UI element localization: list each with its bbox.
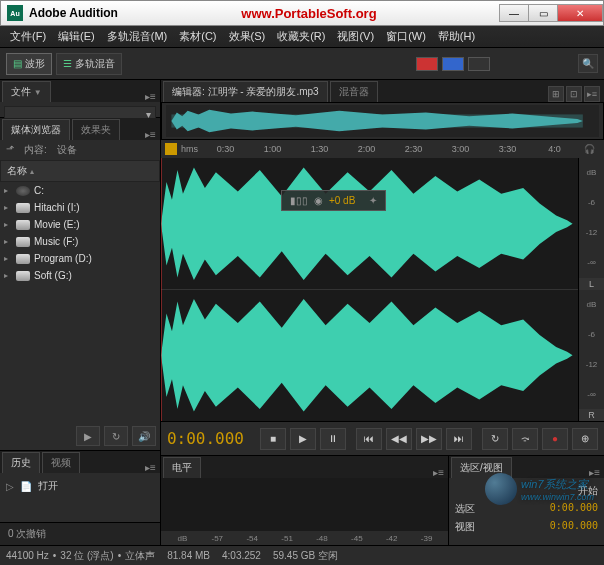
expand-arrow-icon[interactable]: ▸ bbox=[4, 220, 12, 229]
drive-item[interactable]: ▸Program (D:) bbox=[0, 250, 160, 267]
timeline-ruler[interactable]: hms 0:301:001:302:002:303:003:304:0 🎧 bbox=[161, 140, 604, 158]
waveform-mode-button[interactable]: ▤ 波形 bbox=[6, 53, 52, 75]
time-mark: 0:30 bbox=[202, 144, 249, 154]
levels-panel-menu-icon[interactable]: ▸≡ bbox=[429, 467, 448, 478]
selection-start-value[interactable]: 0:00.000 bbox=[550, 502, 598, 516]
minimize-button[interactable]: — bbox=[499, 4, 529, 22]
channel-left-label[interactable]: L bbox=[579, 278, 604, 290]
play-preview-button[interactable]: ▶ bbox=[76, 426, 100, 446]
status-channels: 立体声 bbox=[125, 549, 155, 563]
color-swatch-blue[interactable] bbox=[442, 57, 464, 71]
nav-up-icon[interactable]: ⬏ bbox=[6, 143, 14, 157]
file-tab[interactable]: 文件 ▼ bbox=[2, 81, 51, 102]
level-mark: -42 bbox=[374, 534, 409, 543]
editor-tool-1[interactable]: ⊞ bbox=[548, 86, 564, 102]
selection-panel-menu-icon[interactable]: ▸≡ bbox=[585, 467, 604, 478]
statusbar: 44100 Hz• 32 位 (浮点)• 立体声 81.84 MB 4:03.2… bbox=[0, 545, 604, 565]
multitrack-label: 多轨混音 bbox=[75, 57, 115, 71]
time-mark: 1:30 bbox=[296, 144, 343, 154]
view-start-value[interactable]: 0:00.000 bbox=[550, 520, 598, 534]
history-tab[interactable]: 历史 bbox=[2, 452, 40, 473]
editor-panel-menu-icon[interactable]: ▸≡ bbox=[584, 86, 600, 102]
multitrack-icon: ☰ bbox=[63, 58, 72, 69]
levels-tab[interactable]: 电平 bbox=[163, 457, 201, 478]
browser-panel-menu-icon[interactable]: ▸≡ bbox=[141, 129, 160, 140]
selection-label: 选区 bbox=[455, 502, 475, 516]
playhead-flag-icon[interactable] bbox=[165, 143, 177, 155]
volume-bars-icon: ▮▯▯ bbox=[290, 195, 308, 206]
close-button[interactable]: ✕ bbox=[557, 4, 603, 22]
drive-label: Hitachi (I:) bbox=[34, 202, 80, 213]
titlebar-url: www.PortableSoft.org bbox=[118, 6, 500, 21]
drive-item[interactable]: ▸Hitachi (I:) bbox=[0, 199, 160, 216]
drive-item[interactable]: ▸C: bbox=[0, 182, 160, 199]
status-disk-free: 59.45 GB 空闲 bbox=[273, 549, 338, 563]
channel-right-label[interactable]: R bbox=[579, 409, 604, 421]
autoplay-toggle-button[interactable]: ↻ bbox=[104, 426, 128, 446]
effects-rack-tab[interactable]: 效果夹 bbox=[72, 119, 120, 140]
editor-tool-2[interactable]: ⊡ bbox=[566, 86, 582, 102]
expand-arrow-icon[interactable]: ▸ bbox=[4, 237, 12, 246]
pause-button[interactable]: ⏸ bbox=[320, 428, 346, 450]
color-swatch-dark[interactable] bbox=[468, 57, 490, 71]
timecode-display[interactable]: 0:00.000 bbox=[167, 429, 244, 448]
waveform-overview[interactable] bbox=[161, 102, 604, 140]
menu-favorites[interactable]: 收藏夹(R) bbox=[271, 27, 331, 46]
play-button[interactable]: ▶ bbox=[290, 428, 316, 450]
record-button[interactable]: ● bbox=[542, 428, 568, 450]
drive-label: C: bbox=[34, 185, 44, 196]
forward-button[interactable]: ▶▶ bbox=[416, 428, 442, 450]
rewind-button[interactable]: ◀◀ bbox=[386, 428, 412, 450]
gain-hud[interactable]: ▮▯▯ ◉ +0 dB ✦ bbox=[281, 190, 386, 211]
drive-label: Music (F:) bbox=[34, 236, 78, 247]
drive-icon bbox=[16, 254, 30, 264]
go-end-button[interactable]: ⏭ bbox=[446, 428, 472, 450]
drive-item[interactable]: ▸Movie (E:) bbox=[0, 216, 160, 233]
media-browser-tab[interactable]: 媒体浏览器 bbox=[2, 119, 70, 140]
level-meter bbox=[161, 478, 448, 531]
video-tab[interactable]: 视频 bbox=[42, 452, 80, 473]
expand-arrow-icon[interactable]: ▸ bbox=[4, 254, 12, 263]
skip-selection-button[interactable]: ⤼ bbox=[512, 428, 538, 450]
menu-view[interactable]: 视图(V) bbox=[331, 27, 380, 46]
menu-file[interactable]: 文件(F) bbox=[4, 27, 52, 46]
name-column-header[interactable]: 名称 ▴ bbox=[0, 160, 160, 182]
waveform-display[interactable]: ▮▯▯ ◉ +0 dB ✦ bbox=[161, 158, 578, 421]
panel-menu-icon[interactable]: ▸≡ bbox=[141, 91, 160, 102]
level-mark: -45 bbox=[339, 534, 374, 543]
arrow-icon: ▷ bbox=[6, 481, 14, 492]
gain-knob-icon[interactable]: ◉ bbox=[314, 195, 323, 206]
titlebar: Au Adobe Audition www.PortableSoft.org —… bbox=[0, 0, 604, 26]
search-button[interactable]: 🔍 bbox=[578, 54, 598, 73]
menu-window[interactable]: 窗口(W) bbox=[380, 27, 432, 46]
loop-button[interactable]: ↻ bbox=[482, 428, 508, 450]
expand-arrow-icon[interactable]: ▸ bbox=[4, 271, 12, 280]
drive-item[interactable]: ▸Music (F:) bbox=[0, 233, 160, 250]
editor-tab[interactable]: 编辑器: 江明学 - 亲爱的朋友.mp3 bbox=[163, 81, 328, 102]
menu-effects[interactable]: 效果(S) bbox=[223, 27, 272, 46]
drive-item[interactable]: ▸Soft (G:) bbox=[0, 267, 160, 284]
history-panel-menu-icon[interactable]: ▸≡ bbox=[141, 462, 160, 473]
menu-edit[interactable]: 编辑(E) bbox=[52, 27, 101, 46]
menu-clip[interactable]: 素材(C) bbox=[173, 27, 222, 46]
drive-icon bbox=[16, 203, 30, 213]
expand-arrow-icon[interactable]: ▸ bbox=[4, 203, 12, 212]
color-swatch-red[interactable] bbox=[416, 57, 438, 71]
maximize-button[interactable]: ▭ bbox=[528, 4, 558, 22]
stop-button[interactable]: ■ bbox=[260, 428, 286, 450]
app-title: Adobe Audition bbox=[29, 6, 118, 20]
zoom-button[interactable]: ⊕ bbox=[572, 428, 598, 450]
menu-multitrack[interactable]: 多轨混音(M) bbox=[101, 27, 174, 46]
pin-icon[interactable]: ✦ bbox=[369, 195, 377, 206]
menubar: 文件(F) 编辑(E) 多轨混音(M) 素材(C) 效果(S) 收藏夹(R) 视… bbox=[0, 26, 604, 48]
devices-label: 设备 bbox=[57, 143, 77, 157]
headphone-icon[interactable]: 🎧 bbox=[578, 140, 600, 158]
history-item-open[interactable]: ▷ 📄 打开 bbox=[4, 477, 156, 495]
multitrack-mode-button[interactable]: ☰ 多轨混音 bbox=[56, 53, 122, 75]
volume-button[interactable]: 🔊 bbox=[132, 426, 156, 446]
go-start-button[interactable]: ⏮ bbox=[356, 428, 382, 450]
mixer-tab[interactable]: 混音器 bbox=[330, 81, 378, 102]
menu-help[interactable]: 帮助(H) bbox=[432, 27, 481, 46]
selection-view-tab[interactable]: 选区/视图 bbox=[451, 457, 512, 478]
expand-arrow-icon[interactable]: ▸ bbox=[4, 186, 12, 195]
